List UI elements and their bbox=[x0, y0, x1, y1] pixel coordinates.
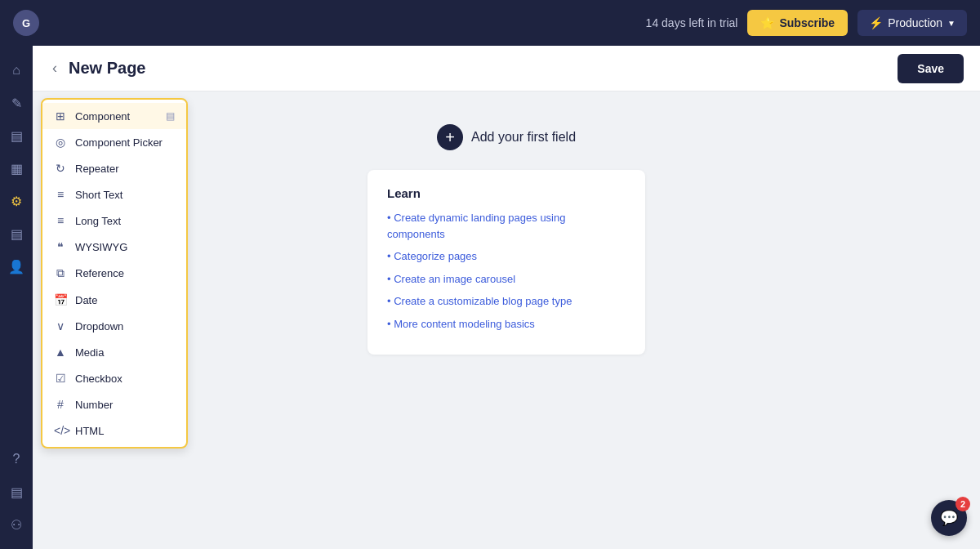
add-field-button[interactable]: + Add your first field bbox=[437, 124, 576, 150]
sidebar-item-blog[interactable]: ✎ bbox=[2, 88, 31, 118]
main-layout: ⌂ ✎ ▤ ▦ ⚙ ▤ 👤 ? ▤ ⚇ ‹ New Page Save ⊞ Co… bbox=[0, 46, 980, 549]
topbar: G 14 days left in trial ⭐ Subscribe ⚡ Pr… bbox=[0, 0, 980, 46]
long-text-icon: ≡ bbox=[54, 214, 67, 227]
trial-text: 14 days left in trial bbox=[646, 16, 738, 29]
add-field-label: Add your first field bbox=[471, 130, 576, 145]
repeater-icon: ↻ bbox=[54, 162, 67, 175]
field-type-wysiwyg[interactable]: ❝ WYSIWYG bbox=[42, 234, 186, 260]
production-icon: ⚡ bbox=[869, 16, 883, 29]
short-text-icon: ≡ bbox=[54, 188, 67, 201]
subscribe-icon: ⭐ bbox=[760, 16, 774, 29]
sidebar: ⌂ ✎ ▤ ▦ ⚙ ▤ 👤 ? ▤ ⚇ bbox=[0, 46, 33, 549]
field-type-short-text[interactable]: ≡ Short Text bbox=[42, 181, 186, 208]
field-type-html[interactable]: </> HTML bbox=[42, 417, 186, 444]
component-picker-icon: ◎ bbox=[54, 136, 67, 149]
field-type-component[interactable]: ⊞ Component ▤ bbox=[42, 103, 186, 129]
dropdown-icon: ∨ bbox=[54, 319, 67, 333]
page-title: New Page bbox=[69, 59, 145, 78]
sidebar-item-components[interactable]: ⚙ bbox=[2, 186, 31, 216]
content-area: ‹ New Page Save ⊞ Component ▤ ◎ Componen… bbox=[33, 46, 980, 549]
topbar-left: G bbox=[13, 10, 39, 36]
number-icon: # bbox=[54, 398, 67, 411]
field-type-checkbox[interactable]: ☑ Checkbox bbox=[42, 365, 186, 391]
chat-bubble-button[interactable]: 💬 2 bbox=[931, 500, 967, 536]
save-button[interactable]: Save bbox=[898, 54, 964, 83]
field-type-dropdown[interactable]: ∨ Dropdown bbox=[42, 313, 186, 339]
learn-title: Learn bbox=[387, 186, 626, 200]
field-type-dropdown: ⊞ Component ▤ ◎ Component Picker ↻ Repea… bbox=[41, 98, 188, 449]
field-type-date[interactable]: 📅 Date bbox=[42, 287, 186, 313]
add-field-plus-icon: + bbox=[437, 124, 463, 150]
sidebar-item-pages[interactable]: ▤ bbox=[2, 121, 31, 150]
date-icon: 📅 bbox=[54, 293, 67, 306]
field-type-repeater[interactable]: ↻ Repeater bbox=[42, 155, 186, 181]
sidebar-bottom: ? ▤ ⚇ bbox=[2, 444, 31, 539]
page-header-left: ‹ New Page bbox=[49, 56, 145, 80]
chevron-down-icon: ▼ bbox=[947, 19, 956, 28]
reference-icon: ⧉ bbox=[54, 266, 67, 280]
component-icon: ⊞ bbox=[54, 109, 67, 123]
learn-link-5[interactable]: More content modeling basics bbox=[387, 316, 626, 333]
avatar: G bbox=[13, 10, 39, 36]
learn-box: Learn Create dynamic landing pages using… bbox=[368, 170, 645, 355]
checkbox-icon: ☑ bbox=[54, 372, 67, 385]
production-button[interactable]: ⚡ Production ▼ bbox=[858, 10, 967, 36]
media-icon: ▲ bbox=[54, 346, 67, 359]
learn-link-1[interactable]: Create dynamic landing pages using compo… bbox=[387, 210, 626, 242]
back-button[interactable]: ‹ bbox=[49, 56, 60, 80]
component-action-icon: ▤ bbox=[166, 110, 175, 122]
sidebar-item-media[interactable]: ▤ bbox=[2, 219, 31, 248]
sidebar-item-home[interactable]: ⌂ bbox=[2, 56, 31, 85]
sidebar-item-settings[interactable]: ▤ bbox=[2, 477, 31, 507]
field-type-component-picker[interactable]: ◎ Component Picker bbox=[42, 129, 186, 155]
topbar-right: 14 days left in trial ⭐ Subscribe ⚡ Prod… bbox=[646, 10, 967, 36]
field-type-media[interactable]: ▲ Media bbox=[42, 339, 186, 365]
field-type-reference[interactable]: ⧉ Reference bbox=[42, 260, 186, 287]
sidebar-item-content[interactable]: ▦ bbox=[2, 154, 31, 183]
learn-link-2[interactable]: Categorize pages bbox=[387, 248, 626, 265]
learn-link-4[interactable]: Create a customizable blog page type bbox=[387, 293, 626, 310]
sidebar-item-integrations[interactable]: ⚇ bbox=[2, 510, 31, 539]
sidebar-item-users[interactable]: 👤 bbox=[2, 252, 31, 281]
chat-badge: 2 bbox=[956, 497, 970, 511]
field-type-long-text[interactable]: ≡ Long Text bbox=[42, 208, 186, 234]
chat-icon: 💬 bbox=[940, 509, 958, 527]
sidebar-item-help[interactable]: ? bbox=[2, 444, 31, 474]
subscribe-button[interactable]: ⭐ Subscribe bbox=[747, 10, 848, 36]
learn-link-3[interactable]: Create an image carousel bbox=[387, 271, 626, 288]
html-icon: </> bbox=[54, 424, 67, 437]
field-type-number[interactable]: # Number bbox=[42, 391, 186, 417]
wysiwyg-icon: ❝ bbox=[54, 240, 67, 253]
page-header: ‹ New Page Save bbox=[33, 46, 980, 92]
